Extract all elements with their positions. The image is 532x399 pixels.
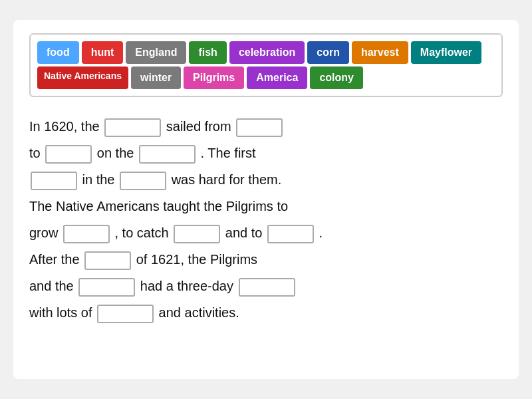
text-and-activities: and activities. xyxy=(159,305,239,320)
text-to-catch: , to catch xyxy=(114,225,168,240)
chip-america[interactable]: America xyxy=(247,66,307,89)
blank-food[interactable] xyxy=(97,305,154,323)
blank-corn[interactable] xyxy=(63,225,110,243)
chip-celebration[interactable]: celebration xyxy=(229,41,305,64)
blank-native-americans[interactable] xyxy=(78,278,135,297)
chip-mayflower[interactable]: Mayflower xyxy=(411,41,481,64)
chip-fish[interactable]: fish xyxy=(189,41,226,64)
blank-harvest[interactable] xyxy=(84,251,131,270)
blank-england[interactable] xyxy=(236,118,283,137)
chip-pilgrims[interactable]: Pilgrims xyxy=(184,66,244,89)
text-in-1620: In 1620, the xyxy=(29,119,100,134)
text-and-the: and the xyxy=(29,279,74,293)
passage: In 1620, the sailed from to on the . The… xyxy=(29,113,503,326)
blank-america[interactable] xyxy=(45,145,92,164)
blank-celebration[interactable] xyxy=(239,278,295,297)
blank-colony[interactable] xyxy=(120,172,166,190)
blank-winter[interactable] xyxy=(31,172,77,190)
text-to: to xyxy=(29,146,41,160)
text-on-the: on the xyxy=(97,146,134,160)
chip-native-americans[interactable]: Native Americans xyxy=(37,66,128,89)
blank-mayflower[interactable] xyxy=(139,145,196,164)
chip-food[interactable]: food xyxy=(37,41,79,64)
blank-hunt[interactable] xyxy=(267,225,314,243)
text-the-first: . The first xyxy=(201,146,256,160)
blank-fish[interactable] xyxy=(174,225,220,243)
text-grow: grow xyxy=(29,225,58,240)
text-sailed-from: sailed from xyxy=(166,119,231,134)
text-after-the: After the xyxy=(29,252,80,267)
chip-hunt[interactable]: hunt xyxy=(82,41,124,64)
chip-colony[interactable]: colony xyxy=(310,66,363,89)
chip-corn[interactable]: corn xyxy=(307,41,349,64)
blank-pilgrims-ship[interactable] xyxy=(104,118,161,137)
text-native-americans: The Native Americans taught the Pilgrims… xyxy=(29,199,288,213)
chip-winter[interactable]: winter xyxy=(131,66,181,89)
text-of-1621: of 1621, the Pilgrims xyxy=(136,252,257,267)
text-period1: . xyxy=(319,225,323,240)
chip-england[interactable]: England xyxy=(126,41,186,64)
text-in-the: in the xyxy=(82,172,115,187)
text-had-three-day: had a three-day xyxy=(140,279,233,293)
word-bank: food hunt England fish celebration corn … xyxy=(29,33,503,97)
chip-harvest[interactable]: harvest xyxy=(352,41,408,64)
text-was-hard: was hard for them. xyxy=(172,172,282,187)
text-with-lots: with lots of xyxy=(29,305,92,320)
main-container: food hunt England fish celebration corn … xyxy=(13,20,519,379)
text-and-to: and to xyxy=(225,225,263,240)
